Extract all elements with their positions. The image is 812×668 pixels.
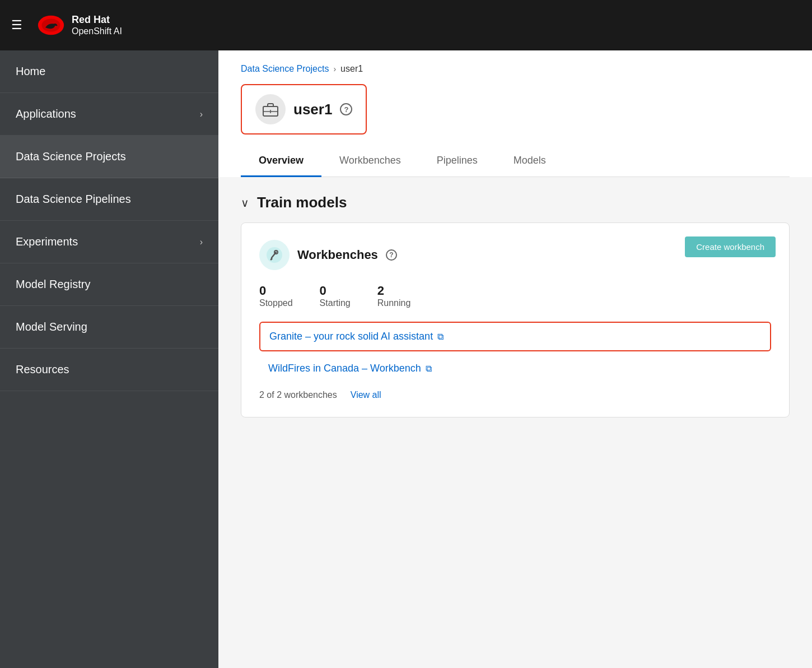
tabs-bar: Overview Workbenches Pipelines Models: [241, 146, 790, 177]
workbenches-card: Create workbench Workbenches ?: [241, 222, 790, 418]
stat-stopped-label: Stopped: [259, 298, 293, 308]
brand-text: Red Hat OpenShift AI: [72, 14, 122, 37]
sidebar-item-data-science-projects[interactable]: Data Science Projects: [0, 136, 218, 178]
section-header-train-models: ∨ Train models: [241, 194, 790, 211]
sidebar-item-resources[interactable]: Resources: [0, 349, 218, 391]
hamburger-icon[interactable]: ☰: [11, 18, 22, 33]
section-chevron-icon[interactable]: ∨: [241, 196, 249, 210]
content-area: Data Science Projects › user1 user1 ?: [218, 50, 812, 668]
chevron-right-icon-exp: ›: [200, 237, 203, 247]
sidebar-item-applications-label: Applications: [16, 108, 76, 120]
stat-starting-number: 0: [320, 284, 326, 298]
sidebar-item-dspipelines-label: Data Science Pipelines: [16, 193, 131, 206]
workbenches-card-title: Workbenches: [297, 248, 378, 262]
content-top: Data Science Projects › user1 user1 ?: [218, 50, 812, 177]
workbench-wildfires-link[interactable]: WildFires in Canada – Workbench: [268, 363, 421, 374]
external-link-icon-wildfires: ⧉: [426, 364, 432, 374]
breadcrumb-separator-icon: ›: [333, 64, 336, 73]
project-icon: [255, 94, 286, 124]
view-all-link[interactable]: View all: [351, 390, 381, 400]
main-layout: Home Applications › Data Science Project…: [0, 50, 812, 668]
sidebar: Home Applications › Data Science Project…: [0, 50, 218, 668]
briefcase-icon: [262, 101, 279, 117]
chevron-right-icon: ›: [200, 109, 203, 119]
redhat-logo-icon: [37, 15, 65, 36]
wrench-icon: [266, 247, 283, 263]
tab-workbenches[interactable]: Workbenches: [321, 146, 419, 177]
external-link-icon-granite: ⧉: [437, 332, 444, 342]
create-workbench-button-area: Create workbench: [685, 236, 776, 257]
stat-starting: 0 Starting: [320, 284, 351, 308]
project-title: user1: [293, 101, 332, 118]
brand-name: Red Hat: [72, 14, 122, 26]
stat-starting-label: Starting: [320, 298, 351, 308]
sidebar-item-data-science-pipelines[interactable]: Data Science Pipelines: [0, 178, 218, 221]
section-title-train-models: Train models: [257, 194, 347, 211]
sidebar-item-experiments[interactable]: Experiments ›: [0, 221, 218, 263]
workbench-granite-link[interactable]: Granite – your rock solid AI assistant: [269, 331, 433, 342]
stat-stopped: 0 Stopped: [259, 284, 293, 308]
sidebar-item-home[interactable]: Home: [0, 50, 218, 93]
breadcrumb-current: user1: [340, 64, 363, 74]
project-title-box: user1 ?: [241, 84, 367, 134]
sidebar-item-home-label: Home: [16, 65, 45, 78]
workbenches-footer: 2 of 2 workbenches View all: [259, 390, 771, 400]
sidebar-item-resources-label: Resources: [16, 363, 69, 376]
sidebar-item-dsp-label: Data Science Projects: [16, 150, 126, 163]
top-header: ☰ Red Hat OpenShift AI: [0, 0, 812, 50]
create-workbench-button[interactable]: Create workbench: [685, 236, 776, 257]
workbenches-stats-row: 0 Stopped 0 Starting 2 Running: [259, 284, 771, 308]
sidebar-item-model-registry[interactable]: Model Registry: [0, 263, 218, 306]
logo-area: Red Hat OpenShift AI: [37, 14, 122, 37]
sidebar-item-applications[interactable]: Applications ›: [0, 93, 218, 136]
stat-running-label: Running: [377, 298, 411, 308]
tab-models[interactable]: Models: [496, 146, 564, 177]
project-help-icon[interactable]: ?: [340, 103, 352, 115]
tab-pipelines[interactable]: Pipelines: [419, 146, 496, 177]
workbenches-icon-wrap: [259, 240, 290, 270]
workbenches-help-icon[interactable]: ?: [386, 249, 397, 261]
stat-stopped-number: 0: [259, 284, 266, 298]
sidebar-item-experiments-label: Experiments: [16, 235, 78, 248]
breadcrumb-link[interactable]: Data Science Projects: [241, 64, 329, 74]
workbench-link-granite[interactable]: Granite – your rock solid AI assistant ⧉: [259, 322, 771, 351]
sidebar-item-model-registry-label: Model Registry: [16, 278, 90, 291]
sidebar-item-model-serving[interactable]: Model Serving: [0, 306, 218, 349]
sidebar-item-model-serving-label: Model Serving: [16, 321, 87, 333]
stat-running-number: 2: [377, 284, 384, 298]
brand-sub: OpenShift AI: [72, 26, 122, 36]
workbench-link-wildfires[interactable]: WildFires in Canada – Workbench ⧉: [259, 355, 771, 382]
tab-overview[interactable]: Overview: [241, 146, 321, 177]
breadcrumb: Data Science Projects › user1: [241, 64, 790, 74]
content-scroll: ∨ Train models Create workbench: [218, 177, 812, 668]
workbenches-count: 2 of 2 workbenches: [259, 390, 337, 400]
stat-running: 2 Running: [377, 284, 411, 308]
